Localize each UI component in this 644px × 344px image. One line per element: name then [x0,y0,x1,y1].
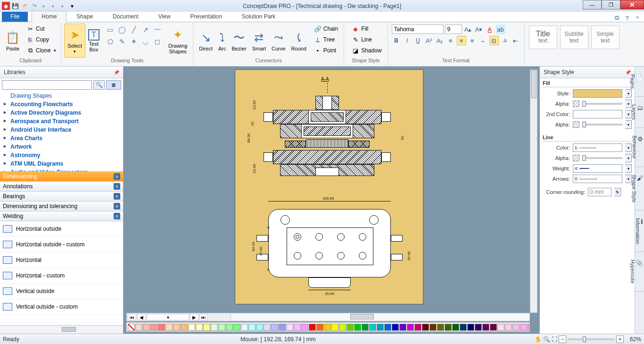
fill-alpha-slider[interactable] [582,103,622,105]
page-first-icon[interactable]: ⏮ [128,314,136,320]
tree-item[interactable]: Accounting Flowcharts [4,100,123,109]
color-swatch[interactable] [286,324,293,331]
align-right-icon[interactable]: ≡ [468,36,477,45]
color-swatch[interactable] [505,324,512,331]
clone-button[interactable]: ⧉Clone▾ [25,45,58,56]
tool-arc-icon[interactable]: ◡ [140,36,151,47]
color-swatch[interactable] [377,324,384,331]
line-color-dd[interactable]: ▾ [625,143,632,152]
qat-print-icon[interactable]: ▫ [58,2,66,10]
color-swatch[interactable] [445,324,452,331]
tool-arrow-icon[interactable]: ↗ [140,25,151,35]
tool-rect-icon[interactable]: ▭ [105,25,116,35]
color-swatch[interactable] [135,324,142,331]
align-top-icon[interactable]: ⫠ [479,36,488,45]
no-fill-icon[interactable] [128,324,135,331]
color-swatch[interactable] [173,324,180,331]
color-swatch[interactable] [460,324,467,331]
library-shapes-list[interactable]: Horizontal outsideHorizontal outside - c… [0,221,123,325]
color-swatch[interactable] [241,324,248,331]
library-search-button[interactable]: 🔍 [93,80,105,90]
color-swatch[interactable] [362,324,369,331]
style-subtitle-card[interactable]: Subtitletext [560,25,588,49]
color-swatch[interactable] [203,324,210,331]
window-icon[interactable]: ⧉ [613,14,620,22]
tab-home[interactable]: Home [32,11,66,22]
font-size-input[interactable] [445,25,462,34]
pin-icon[interactable]: 📌 [114,70,119,75]
grow-font-icon[interactable]: A▴ [463,25,473,34]
color-swatch[interactable] [422,324,429,331]
color-swatch[interactable] [512,324,520,331]
color-swatch[interactable] [452,324,459,331]
tab-presentation[interactable]: Presentation [181,11,232,22]
color-swatch[interactable] [437,324,444,331]
color-swatch[interactable] [482,324,489,331]
copy-button[interactable]: ⎘Copy [25,34,58,45]
tool-curve-icon[interactable]: 〰 [152,25,163,35]
shadow-button[interactable]: ◪Shadow [349,45,384,56]
pan-icon[interactable]: ✋ [535,336,542,343]
help-icon[interactable]: ? [623,14,631,22]
color-swatch[interactable] [407,324,414,331]
close-tab-icon[interactable]: × [114,213,120,219]
style-title-card[interactable]: Titletext [529,25,557,49]
shape-item[interactable]: Horizontal [0,252,123,268]
superscript-icon[interactable]: A² [424,36,434,45]
color-swatch[interactable] [497,324,504,331]
fill-style-field[interactable] [573,89,622,98]
file-tab[interactable]: File [2,11,28,22]
shape-item[interactable]: Vertical outside - custom [0,299,123,315]
zoom-slider[interactable] [568,338,615,340]
arrows-field[interactable]: 0: ○———○ [573,175,622,183]
subscript-icon[interactable]: A₂ [435,36,445,45]
italic-icon[interactable]: I [403,36,412,45]
shrink-font-icon[interactable]: A▾ [474,25,484,34]
page-prev-icon[interactable]: ◀ [137,314,146,320]
color-swatch[interactable] [339,324,346,331]
color-swatch[interactable] [354,324,361,331]
color-swatch[interactable] [309,324,316,331]
color-swatch[interactable] [528,324,530,331]
color-swatch[interactable] [301,324,308,331]
line-alpha-dd[interactable]: ▾ [625,154,632,162]
library-tab[interactable]: Dimensioning and tolerancing× [0,201,123,211]
color-swatch[interactable] [150,324,157,331]
align-bottom-icon[interactable]: ⫡ [500,36,510,45]
shape-item[interactable]: Vertical outside [0,284,123,299]
side-tab-layers[interactable]: 🗂Layers [635,97,644,128]
tab-view[interactable]: View [149,11,181,22]
tree-item[interactable]: Active Directory Diagrams [4,109,123,117]
color-swatch[interactable] [196,324,203,331]
color-swatch[interactable] [188,324,195,331]
align-middle-icon[interactable]: ⊟ [489,36,499,45]
side-tab-hypernote[interactable]: 📎Hypernote [635,252,644,292]
color-swatch[interactable] [218,324,225,331]
color2-dd[interactable]: ▾ [625,110,632,118]
point-button[interactable]: •Point [311,45,341,56]
font-color-icon[interactable]: A [485,25,495,34]
fill-style-dd[interactable]: ▾ [625,89,632,98]
color-swatch[interactable] [158,324,165,331]
canvas-vscroll[interactable] [530,69,537,313]
qat-redo-icon[interactable]: ↷ [30,2,38,10]
color-swatch[interactable] [331,324,339,331]
underline-icon[interactable]: U [413,36,423,45]
page-dropdown[interactable]: ▾ [147,314,189,320]
color-swatch[interactable] [347,324,354,331]
library-hscroll[interactable] [0,325,123,334]
direct-button[interactable]: ↘Direct [196,24,215,58]
color-swatch[interactable] [256,324,263,331]
tree-button[interactable]: ⊥Tree [311,34,341,45]
curve-button[interactable]: ⤳Curve [269,24,288,58]
style-simple-card[interactable]: Simpletext [591,25,619,49]
side-tab-shape-style[interactable]: 🖌Shape Style [635,167,644,210]
line-button[interactable]: ✎Line [349,34,384,45]
qat-open-icon[interactable]: ▫ [49,2,57,10]
textbox-button[interactable]: T Text Box [85,24,102,58]
color-swatch[interactable] [211,324,218,331]
color-swatch[interactable] [233,324,240,331]
color-swatch[interactable] [143,324,150,331]
tree-item[interactable]: Area Charts [4,134,123,143]
close-tab-icon[interactable]: × [114,203,120,210]
